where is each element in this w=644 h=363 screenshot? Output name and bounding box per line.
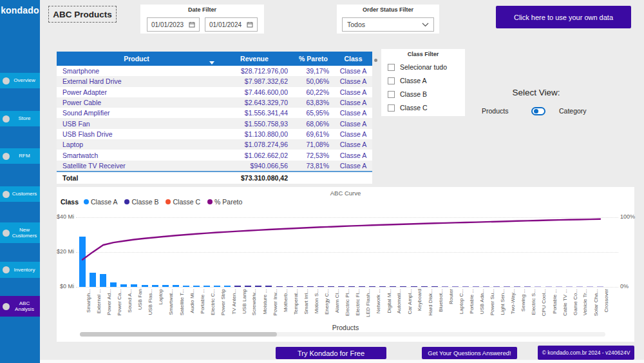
total-label: Total [57, 174, 216, 182]
checkbox-unchecked[interactable] [388, 91, 395, 98]
table-row[interactable]: USB Flash Drive$1.130.880,0069,61%Classe… [57, 129, 372, 139]
x-axis-label: Smart Irri... [303, 289, 309, 315]
checkbox-unchecked[interactable] [388, 104, 395, 112]
sidebar-item-rfm[interactable]: RFM [0, 148, 40, 164]
x-axis-label: Sound A... [127, 289, 133, 313]
cell-product: USB Flash Drive [57, 130, 216, 138]
sidebar-item-new-customers[interactable]: New Customers [0, 222, 40, 243]
cell-revenue: $940.066,56 [216, 162, 292, 170]
class-filter-option-classe-c[interactable]: Classe C [388, 103, 428, 113]
abc-curve-chart: ABC Curve ClassClasse AClasse BClasse C%… [57, 187, 634, 342]
class-filter-option-classe-a[interactable]: Classe A [388, 75, 426, 86]
class-filter-title: Class Filter [381, 51, 465, 57]
x-axis-label: Automati... [396, 289, 402, 313]
x-axis-label: Portable ... [552, 289, 558, 314]
cell-pareto: 71,08% [292, 141, 334, 148]
use-own-data-button[interactable]: Click here to use your own data [496, 6, 631, 28]
x-axis-label: Digital M... [386, 289, 392, 313]
chevron-down-icon [422, 23, 429, 27]
class-filter-option-selecionar-tudo[interactable]: Selecionar tudo [388, 62, 447, 72]
legend-title: Class [61, 198, 79, 206]
legend-dot-icon [84, 199, 89, 204]
x-axis-label: Power Strip [220, 289, 226, 315]
column-header-product[interactable]: Product [57, 52, 216, 66]
table-row[interactable]: Sound Amplifier$1.556.341,4465,95%Classe… [57, 108, 372, 118]
x-axis-label: USB Lamp [241, 289, 247, 314]
sidebar-item-abc-analysis[interactable]: ABC Analysis [0, 296, 40, 317]
date-end-input[interactable]: 01/01/2024 [205, 17, 258, 32]
chart-scrollbar-track[interactable] [80, 332, 605, 337]
sidebar-item-inventory[interactable]: Inventory [0, 262, 40, 278]
chart-scrollbar-thumb[interactable] [80, 332, 277, 337]
class-filter-option-classe-b[interactable]: Classe B [388, 89, 427, 99]
column-header-label: Class [344, 55, 362, 63]
legend-item-classe-a[interactable]: Classe A [84, 198, 117, 206]
x-axis-label: Light Sen... [500, 289, 506, 315]
column-header-class[interactable]: Class [334, 52, 372, 66]
nav-item-icon [3, 303, 10, 310]
table-row[interactable]: External Hard Drive$7.987.332,6250,06%Cl… [57, 76, 372, 86]
date-start-value: 01/01/2023 [151, 21, 184, 28]
x-axis-title: Products [57, 324, 634, 331]
table-row[interactable]: Satellite TV Receiver$940.066,5673,81%Cl… [57, 161, 372, 171]
cell-revenue: $1.550.758,93 [216, 120, 292, 128]
table-row[interactable]: Smartwatch$1.062.662,0272,53%Classe A [57, 150, 372, 160]
column-header-revenue[interactable]: Revenue [216, 52, 292, 66]
x-axis-label: Bluetoot... [438, 289, 444, 312]
table-row[interactable]: Power Adapter$7.446.600,0060,22%Classe A [57, 87, 372, 97]
sidebar-item-customers[interactable]: Customers [0, 186, 40, 202]
cell-pareto: 60,22% [292, 88, 334, 96]
order-status-dropdown[interactable]: Todos [342, 17, 434, 32]
legend-dot-icon [166, 199, 171, 204]
order-status-filter-title: Order Status Filter [337, 6, 439, 13]
table-row[interactable]: Laptop$1.078.274,9671,08%Classe A [57, 139, 372, 150]
total-value: $73.310.080,42 [216, 174, 292, 182]
view-option-products[interactable]: Products [482, 107, 508, 115]
x-axis-label: Electric C... [210, 289, 216, 315]
nav-item-label: Overview [11, 77, 40, 83]
checkbox-unchecked[interactable] [388, 64, 395, 71]
x-axis-label: Portable ... [469, 289, 475, 314]
y-axis-tick: $20 Mi [57, 248, 74, 255]
sidebar-item-store[interactable]: Store [0, 111, 40, 126]
x-axis-label: Router [448, 289, 454, 304]
nav-item-label: ABC Analysis [11, 300, 40, 312]
cell-product: Satellite TV Receiver [57, 162, 216, 170]
legend-item-classe-b[interactable]: Classe B [124, 198, 158, 206]
table-row[interactable]: USB Fan$1.550.758,9368,06%Classe A [57, 118, 372, 128]
legend-item-classe-c[interactable]: Classe C [166, 198, 200, 206]
legend-item-label: Classe B [131, 198, 158, 206]
cell-revenue: $1.062.662,02 [216, 152, 292, 159]
checkbox-unchecked[interactable] [388, 77, 395, 84]
cell-revenue: $7.987.332,62 [216, 77, 292, 85]
cell-class: Classe A [334, 162, 372, 170]
legend-item--pareto[interactable]: % Pareto [207, 198, 242, 206]
date-start-input[interactable]: 01/01/2023 [147, 17, 200, 32]
order-status-filter-card: Order Status Filter Todos [337, 5, 439, 34]
x-axis-label: Audio Mi... [189, 289, 195, 313]
cell-product: Smartwatch [57, 152, 216, 159]
cell-class: Classe A [334, 99, 372, 106]
x-axis-label: Power Ad... [106, 289, 112, 315]
view-toggle[interactable] [531, 107, 545, 115]
table-row[interactable]: Power Cable$2.643.329,7063,83%Classe A [57, 97, 372, 108]
column-header-label: Product [124, 55, 149, 63]
x-axis-label: Electric Pl... [345, 289, 350, 316]
questions-button[interactable]: Get Your Questions Answered! [422, 347, 517, 359]
copyright-badge: © kondado.com.br 2024 - v240624V [538, 346, 634, 360]
x-axis-label: Electric Fl... [355, 289, 361, 316]
table-row[interactable]: Smartphone$28.712.976,0039,17%Classe A [57, 66, 372, 76]
column-header-label: % Pareto [299, 55, 328, 63]
x-axis-label: Laptop [158, 289, 164, 304]
try-free-button[interactable]: Try Kondado for Free [276, 347, 386, 359]
view-option-category[interactable]: Category [559, 107, 587, 115]
column-header--pareto[interactable]: % Pareto [292, 52, 334, 66]
x-axis-label: Temperat... [293, 289, 299, 315]
checkbox-label: Selecionar tudo [400, 63, 447, 71]
x-axis-label: Energy C... [324, 289, 330, 315]
table-scrollbar[interactable] [374, 59, 377, 62]
x-axis-label: Crossover [603, 289, 609, 312]
nav-item-icon [3, 230, 10, 237]
x-axis-label: Laptop C... [459, 289, 464, 314]
sidebar-item-overview[interactable]: Overview [0, 73, 40, 88]
